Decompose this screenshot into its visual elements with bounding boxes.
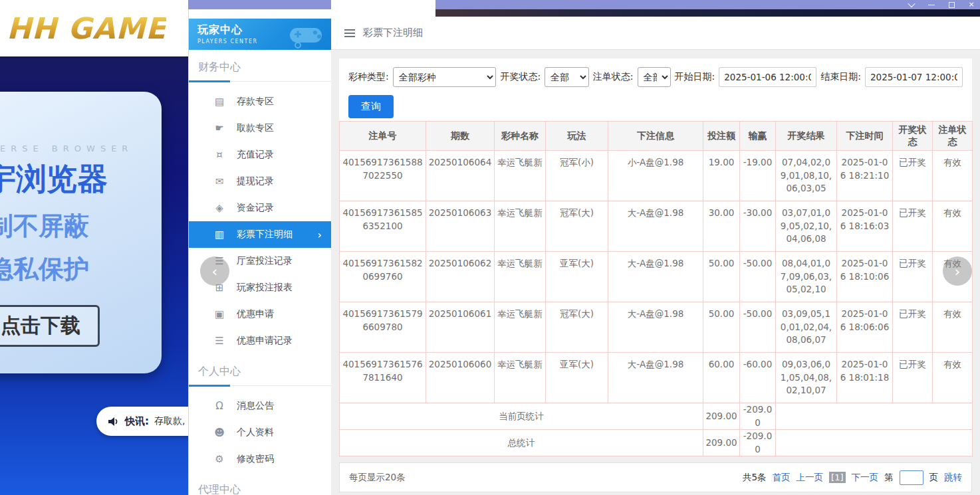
chevron-right-icon: › [318,229,322,241]
table-cell: 大-A盘@1.98 [608,353,703,403]
sidebar-item-promo-apply[interactable]: ▣ 优惠申请 › [189,301,331,328]
column-header: 投注额 [703,122,740,151]
lottery-type-label: 彩种类型: [348,71,389,83]
left-promo-panel: ERSE BROWSER 宇浏览器 制不屏蔽 隐私保护 点击下载 快讯: 存取款… [0,0,188,495]
banner-download-button[interactable]: 点击下载 [0,305,100,347]
search-button[interactable]: 查询 [348,95,394,118]
table-cell: 已开奖 [893,201,933,252]
page-title: 彩票下注明细 [363,27,423,39]
table-cell: 20250106064 [426,151,495,201]
table-cell: 冠军(大) [546,302,608,353]
titlebar-white-notch [331,0,435,17]
table-cell: 小-A盘@1.98 [608,151,703,201]
column-header: 玩法 [546,122,608,151]
table-cell: 幸运飞艇新 [495,151,546,201]
column-header: 彩种名称 [495,122,546,151]
expand-right-arrow[interactable]: › [943,256,972,286]
table-cell: -50.00 [740,252,776,302]
table-cell: -19.00 [740,151,776,201]
column-header: 注单状态 [933,122,973,151]
prev-page-link[interactable]: 上一页 [796,472,824,484]
news-ticker: 快讯: 存取款, [96,407,188,436]
withdraw-hand-icon: ☛ [213,122,226,134]
sidebar-item-label: 彩票下注明细 [237,229,293,241]
sidebar-item-label: 修改密码 [237,453,274,465]
table-header-row: 注单号期数彩种名称玩法下注信息投注额输赢开奖结果下注时间开奖状态注单状态 [340,122,973,151]
table-cell: 大-A盘@1.98 [608,201,703,252]
bet-status-select[interactable]: 全部 [638,67,671,87]
sidebar-item-change-password[interactable]: ⚙ 修改密码 › [189,446,331,472]
sidebar-item-funds-records[interactable]: ◈ 资金记录 › [189,195,331,221]
table-cell: 401569173615856352100 [340,201,426,252]
start-date-input[interactable] [719,67,816,87]
table-cell: 已开奖 [893,252,933,302]
titlebar-dark-strip [435,9,980,17]
sidebar-item-promo-apply-records[interactable]: ☰ 优惠申请记录 › [189,328,331,354]
jump-action-link[interactable]: 跳转 [944,472,962,484]
sidebar-item-withdraw-records[interactable]: ✉ 提现记录 › [189,168,331,195]
jump-page-input[interactable] [900,470,923,485]
speaker-icon [108,417,120,427]
table-cell: 有效 [933,151,973,201]
change-password-icon: ⚙ [213,453,226,465]
table-cell: 2025-01-06 18:10:06 [837,252,893,302]
promo-apply-icon: ▣ [213,308,226,320]
start-date-label: 开始日期: [675,71,715,83]
end-date-input[interactable] [865,67,963,87]
pagination-bar: 每页显示20条 共5条 首页 上一页 [1] 下一页 第 页 跳转 [339,462,972,492]
sidebar-item-recharge-records[interactable]: ¤ 充值记录 › [189,142,331,168]
sidebar-section: 个人中心 Ω 消息公告 › ☻ 个人资料 › ⚙ 修改密码 › [189,362,331,472]
table-row: 40156917361585635210020250106063幸运飞艇新冠军(… [340,201,973,252]
lottery-type-select[interactable]: 全部彩种 [393,67,497,87]
table-cell: 07,04,02,09,01,08,10,06,03,05 [776,151,837,201]
banner-subtitle-en: ERSE BROWSER [0,144,162,153]
banner-line-2: 隐私保护 [0,252,162,286]
first-page-link[interactable]: 首页 [773,472,791,484]
sidebar-item-lottery-bet-details[interactable]: ▥ 彩票下注明细 › [189,221,331,248]
summary-empty [776,403,973,430]
browser-promo-banner[interactable]: ERSE BROWSER 宇浏览器 制不屏蔽 隐私保护 点击下载 [0,92,162,373]
sidebar-item-label: 提现记录 [237,175,274,187]
sidebar-item-profile[interactable]: ☻ 个人资料 › [189,419,331,446]
draw-status-select[interactable]: 全部 [545,67,589,87]
table-cell: 有效 [933,201,973,252]
jump-suffix-label: 页 [929,472,939,484]
table-cell: 2025-01-06 18:01:18 [837,353,893,403]
lottery-bet-detail-icon: ▥ [213,229,226,241]
sidebar-item-label: 取款专区 [237,122,274,134]
summary-row: 当前页统计209.00-209.00 [340,403,973,430]
bet-status-label: 注单状态: [593,71,634,83]
close-icon[interactable]: × [967,0,976,9]
table-cell: 19.00 [703,151,740,201]
page-size-text: 每页显示20条 [349,472,406,484]
table-cell: -50.00 [740,302,776,353]
column-header: 注单号 [340,122,426,151]
table-cell: 03,07,01,09,05,02,10,04,06,08 [776,201,837,252]
sidebar-section-title: 代理中心 [198,483,241,495]
current-page-indicator: [1] [829,472,845,483]
sidebar-item-deposit-zone[interactable]: ▤ 存款专区 › [189,88,331,115]
sidebar-item-withdraw-zone[interactable]: ☛ 取款专区 › [189,115,331,142]
end-date-label: 结束日期: [820,71,861,83]
table-row: 40156917361588702255020250106064幸运飞艇新冠军(… [340,151,973,201]
table-cell: 50.00 [703,252,740,302]
hamburger-menu-icon[interactable] [344,29,355,37]
banner-title: 宇浏览器 [0,159,162,200]
table-cell: 2025-01-06 18:21:10 [837,151,893,201]
next-page-link[interactable]: 下一页 [852,472,879,484]
table-row: 40156917361576781164020250106060幸运飞艇新亚军(… [340,353,973,403]
content-topbar: 彩票下注明细 [331,17,980,50]
sidebar-item-messages[interactable]: Ω 消息公告 › [189,393,331,419]
maximize-icon[interactable] [947,0,956,9]
chevron-down-icon[interactable] [907,0,916,9]
table-cell: 09,03,06,01,05,04,08,02,10,07 [776,353,837,403]
logo-band: HH GAME [0,0,188,56]
deposit-card-icon: ▤ [213,96,226,108]
sidebar-item-label: 充值记录 [237,149,274,161]
summary-row: 总统计209.00-209.00 [340,430,973,456]
recharge-record-icon: ¤ [213,149,226,161]
gamepad-icon [285,21,327,49]
collapse-left-arrow[interactable]: ‹ [200,256,229,286]
minimize-icon[interactable] [927,0,936,9]
sidebar-item-label: 厅室投注记录 [237,255,293,267]
